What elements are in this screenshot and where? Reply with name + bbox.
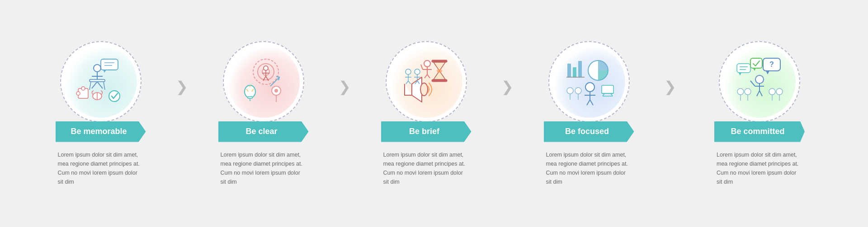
banner-clear: Be clear <box>218 121 309 142</box>
circle-bg-brief <box>390 46 462 118</box>
step-circle-memorable <box>60 41 142 122</box>
svg-point-33 <box>274 89 278 93</box>
svg-rect-59 <box>578 61 582 77</box>
icon-area-focused <box>557 50 621 113</box>
icon-area-clear <box>232 50 295 113</box>
step-wrapper-committed: ? <box>678 41 841 186</box>
description-committed: Lorem ipsum dolor sit dim amet, mea regi… <box>717 150 802 186</box>
svg-rect-27 <box>248 97 252 98</box>
svg-line-6 <box>92 82 97 88</box>
svg-line-44 <box>408 81 410 84</box>
svg-line-10 <box>90 82 91 90</box>
svg-point-92 <box>769 88 775 95</box>
brief-icon <box>399 55 453 109</box>
svg-rect-0 <box>101 59 118 70</box>
svg-line-72 <box>603 93 604 96</box>
step-memorable: Be memorable Lorem ipsum dolor sit dim a… <box>27 41 174 186</box>
svg-rect-58 <box>573 67 576 77</box>
svg-point-94 <box>776 88 783 95</box>
svg-line-55 <box>427 74 430 78</box>
svg-line-11 <box>104 82 105 90</box>
svg-rect-96 <box>750 58 762 68</box>
svg-line-87 <box>750 81 755 86</box>
svg-point-82 <box>755 75 764 83</box>
chevron-icon-2: ❯ <box>339 79 351 94</box>
circle-bg-focused <box>553 46 625 118</box>
svg-point-88 <box>737 88 744 95</box>
svg-line-73 <box>611 93 613 96</box>
svg-marker-81 <box>739 73 741 75</box>
arrow-4: ❯ <box>662 79 678 148</box>
svg-rect-57 <box>567 64 571 77</box>
banner-memorable: Be memorable <box>56 121 146 142</box>
svg-line-65 <box>590 100 593 105</box>
step-wrapper-memorable: Be memorable Lorem ipsum dolor sit dim a… <box>27 41 190 186</box>
svg-point-50 <box>424 60 430 67</box>
svg-point-17 <box>109 91 120 102</box>
chevron-icon-3: ❯ <box>501 79 514 94</box>
banner-focused: Be focused <box>544 121 634 142</box>
step-wrapper-clear: Be clear Lorem ipsum dolor sit dim amet,… <box>190 41 353 186</box>
icon-area-memorable <box>69 50 132 113</box>
focused-icon <box>562 55 616 109</box>
infographic: Be memorable Lorem ipsum dolor sit dim a… <box>0 28 868 200</box>
svg-point-66 <box>567 88 573 94</box>
step-circle-committed: ? <box>719 41 800 122</box>
svg-point-45 <box>415 69 420 74</box>
banner-text-memorable: Be memorable <box>71 127 130 136</box>
chevron-icon-4: ❯ <box>664 79 676 94</box>
description-memorable: Lorem ipsum dolor sit dim amet, mea regi… <box>58 150 144 186</box>
banner-text-brief: Be brief <box>409 127 443 136</box>
step-committed: ? <box>678 41 841 186</box>
svg-marker-3 <box>103 70 106 73</box>
svg-line-43 <box>406 81 408 84</box>
svg-line-64 <box>587 100 590 105</box>
step-circle-brief <box>386 41 467 122</box>
circle-bg-memorable <box>65 46 137 118</box>
arrow-3: ❯ <box>500 79 515 148</box>
banner-text-clear: Be clear <box>245 127 281 136</box>
description-clear: Lorem ipsum dolor sit dim amet, mea regi… <box>221 150 307 186</box>
svg-point-61 <box>585 83 594 92</box>
svg-text:?: ? <box>769 60 774 68</box>
svg-point-26 <box>245 85 255 98</box>
arrow-1: ❯ <box>174 79 190 148</box>
svg-point-40 <box>406 69 411 74</box>
svg-line-53 <box>421 65 423 69</box>
svg-point-90 <box>745 88 751 95</box>
svg-line-86 <box>760 91 762 96</box>
svg-rect-70 <box>602 85 613 93</box>
step-clear: Be clear Lorem ipsum dolor sit dim amet,… <box>190 41 337 186</box>
svg-marker-97 <box>753 68 756 71</box>
icon-area-brief <box>395 50 458 113</box>
circle-bg-committed: ? <box>723 46 796 118</box>
step-brief: Be brief Lorem ipsum dolor sit dim amet,… <box>353 41 500 186</box>
chevron-icon-1: ❯ <box>176 79 188 94</box>
circle-bg-clear <box>227 46 300 118</box>
banner-text-committed: Be committed <box>731 127 788 136</box>
svg-line-7 <box>97 82 103 88</box>
description-brief: Lorem ipsum dolor sit dim amet, mea regi… <box>383 150 469 186</box>
clear-icon <box>236 55 291 109</box>
committed-icon: ? <box>732 55 787 109</box>
svg-line-35 <box>270 77 279 86</box>
svg-point-13 <box>81 87 85 90</box>
arrow-2: ❯ <box>337 79 353 148</box>
svg-line-54 <box>425 74 427 78</box>
memorable-icon <box>74 55 128 109</box>
svg-point-4 <box>94 65 101 72</box>
icon-area-committed: ? <box>728 50 791 113</box>
banner-committed: Be committed <box>714 121 805 142</box>
svg-point-14 <box>76 92 80 95</box>
svg-line-85 <box>757 91 760 96</box>
svg-rect-78 <box>737 64 750 73</box>
step-circle-focused <box>548 41 630 122</box>
svg-marker-77 <box>766 71 769 74</box>
step-circle-clear <box>223 41 304 122</box>
step-wrapper-brief: Be brief Lorem ipsum dolor sit dim amet,… <box>353 41 515 186</box>
description-focused: Lorem ipsum dolor sit dim amet, mea regi… <box>546 150 632 186</box>
svg-point-68 <box>575 88 581 94</box>
banner-brief: Be brief <box>381 121 472 142</box>
svg-point-39 <box>420 83 428 96</box>
svg-rect-9 <box>90 79 105 82</box>
